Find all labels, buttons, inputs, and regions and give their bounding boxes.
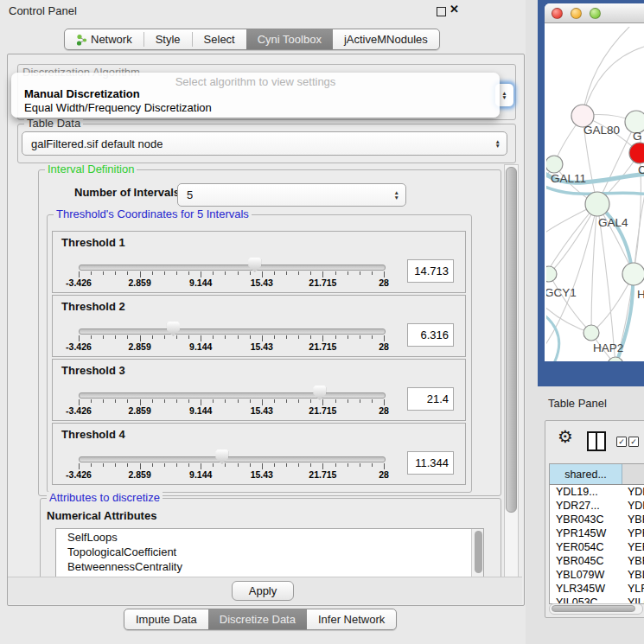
cell-shared-name[interactable]: YER054C (550, 540, 622, 554)
slider-tick (286, 463, 287, 467)
attribute-item-betweennesscentrality[interactable]: BetweennessCentrality (67, 560, 182, 573)
column-header-name[interactable]: na (622, 464, 644, 484)
cell-name[interactable]: YLR3 (622, 582, 644, 596)
table-data-combobox[interactable]: galFiltered.sif default node ▲▼ (22, 131, 507, 156)
table-row[interactable]: YLR345WYLR3 (550, 582, 644, 596)
network-window-titlebar[interactable] (545, 3, 644, 23)
gear-icon[interactable]: ⚙ (558, 428, 573, 445)
network-node-h[interactable] (622, 263, 644, 285)
node-label: GCY1 (546, 286, 577, 299)
panel-scrollbar-thumb[interactable] (506, 167, 517, 513)
tab-infer-network[interactable]: Infer Network (307, 609, 396, 629)
slider-tick (164, 463, 165, 467)
slider-tick (103, 463, 104, 467)
cell-shared-name[interactable]: YDL19... (550, 485, 622, 499)
tab-impute-data[interactable]: Impute Data (124, 609, 208, 629)
slider-tick (140, 463, 141, 469)
number-of-intervals-combobox[interactable]: 5 ▲▼ (177, 183, 406, 207)
tab-discretize-data[interactable]: Discretize Data (208, 609, 307, 629)
popup-item-equal-width-frequency-discretization[interactable]: Equal Width/Frequency Discretization (24, 101, 212, 114)
table-row[interactable]: YPR145WYPR1 (550, 526, 644, 540)
tab-jactivemnodules[interactable]: jActiveMNodules (333, 29, 439, 49)
apply-button[interactable]: Apply (232, 581, 294, 601)
cell-shared-name[interactable]: YBL079W (550, 568, 622, 582)
attribute-item-selfloops[interactable]: SelfLoops (67, 531, 118, 544)
tab-network[interactable]: Network (65, 29, 143, 49)
list-scrollbar-thumb[interactable] (475, 531, 482, 573)
slider-track[interactable] (79, 328, 386, 335)
slider-tick (127, 271, 128, 275)
slider-tick (372, 399, 373, 403)
checkbox-icon[interactable]: ✓ (616, 437, 627, 447)
control-panel: Control Panel ✕ NetworkStyleSelectCyni T… (0, 0, 526, 644)
network-icon (76, 34, 87, 46)
slider-tick-label: -3.426 (66, 277, 92, 288)
slider-tick (274, 399, 275, 403)
float-window-icon[interactable] (437, 7, 446, 16)
checkbox-icon[interactable]: ✓ (628, 437, 639, 447)
network-node-gal11[interactable] (546, 156, 563, 173)
network-node-gcy1[interactable] (546, 266, 557, 282)
table-row[interactable]: YBR045CYBR0 (550, 554, 644, 568)
cell-name[interactable]: YER0 (622, 540, 644, 554)
tab-style[interactable]: Style (144, 29, 192, 49)
cell-name[interactable]: YBR0 (622, 513, 644, 526)
slider-tick (238, 399, 239, 403)
table-row[interactable]: YBR043CYBR0 (550, 513, 644, 526)
slider-tick (115, 271, 116, 275)
cell-shared-name[interactable]: YDR27... (550, 499, 622, 513)
cell-shared-name[interactable]: YLR345W (550, 582, 622, 596)
cell-name[interactable]: YBR0 (622, 554, 644, 568)
cell-shared-name[interactable]: YIL053C (550, 596, 622, 603)
slider-tick (262, 335, 263, 341)
tab-label: Style (156, 33, 181, 46)
table-row[interactable]: YIL053CYIL0 (550, 596, 644, 603)
threshold-value-field[interactable]: 14.713 (407, 259, 454, 283)
cell-name[interactable]: YBL0 (622, 568, 644, 582)
list-scrollbar-track[interactable] (471, 529, 483, 577)
threshold-value-field[interactable]: 11.344 (407, 451, 454, 475)
zoom-window-icon[interactable] (590, 8, 601, 19)
column-header-shared-name[interactable]: shared... (550, 464, 622, 484)
cell-name[interactable]: YDR2 (622, 499, 644, 513)
slider-tick (91, 271, 92, 275)
cell-name[interactable]: YDL1 (622, 485, 644, 499)
table-header-row: shared... na (550, 464, 644, 485)
table-row[interactable]: YER054CYER0 (550, 540, 644, 554)
threshold-value-field[interactable]: 21.4 (407, 387, 454, 411)
attribute-item-topologicalcoefficient[interactable]: TopologicalCoefficient (67, 545, 176, 558)
table-hscrollbar-track[interactable] (549, 603, 643, 615)
network-canvas[interactable]: GAL80GCGAL11GAL4GCY1HHAP2 (546, 27, 644, 361)
tab-select[interactable]: Select (193, 29, 246, 49)
popup-item-manual-discretization[interactable]: Manual Discretization (24, 87, 140, 100)
split-columns-icon[interactable] (587, 431, 606, 451)
slider-tick-label: 2.859 (128, 341, 150, 352)
network-node-gal4[interactable] (585, 192, 609, 216)
cell-shared-name[interactable]: YBR045C (550, 554, 622, 568)
slider-tick-label: 9.144 (189, 405, 212, 416)
close-icon[interactable]: ✕ (450, 3, 459, 16)
slider-tick-label: 9.144 (189, 277, 212, 288)
slider-track[interactable] (79, 456, 386, 462)
slider-tick (103, 271, 104, 275)
cell-shared-name[interactable]: YPR145W (550, 526, 622, 540)
cell-name[interactable]: YIL0 (622, 596, 644, 603)
close-window-icon[interactable] (552, 8, 563, 19)
minimize-window-icon[interactable] (571, 8, 582, 19)
table-row[interactable]: YDL19...YDL1 (550, 485, 644, 499)
table-row[interactable]: YDR27...YDR2 (550, 499, 644, 513)
cell-name[interactable]: YPR1 (622, 526, 644, 540)
slider-tick (188, 271, 189, 275)
table-row[interactable]: YBL079WYBL0 (550, 568, 644, 582)
network-node-hap2[interactable] (583, 325, 599, 341)
table-hscrollbar-thumb[interactable] (552, 605, 635, 612)
bottom-tab-bar: Impute DataDiscretize DataInfer Network (124, 609, 397, 630)
cell-shared-name[interactable]: YBR043C (550, 513, 622, 526)
slider-track[interactable] (79, 392, 386, 399)
slider-tick-label: 9.144 (189, 469, 212, 480)
thresholds-group-label: Threshold's Coordinates for 5 Intervals (54, 208, 252, 220)
slider-tick-label: 28 (379, 405, 389, 416)
tab-cyni-toolbox[interactable]: Cyni Toolbox (246, 29, 333, 49)
threshold-value-field[interactable]: 6.316 (407, 323, 454, 347)
slider-track[interactable] (79, 265, 386, 271)
